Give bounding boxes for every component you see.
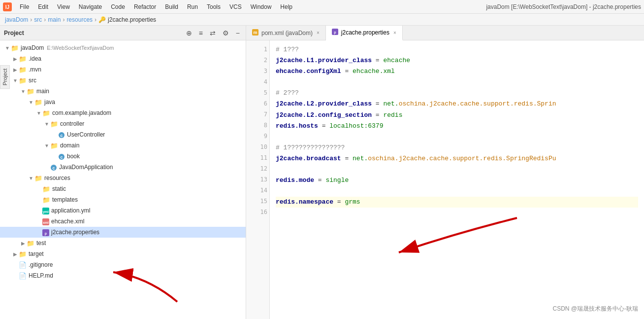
tree-item-javaDom[interactable]: ▼📁javaDomE:\WebSocketText\javaDom bbox=[0, 42, 246, 53]
menu-view[interactable]: View bbox=[53, 2, 74, 11]
tree-item--mvn[interactable]: ▶📁.mvn bbox=[0, 64, 246, 75]
tree-item-test[interactable]: ▶📁test bbox=[0, 238, 246, 248]
menu-edit[interactable]: Edit bbox=[34, 2, 52, 11]
tree-item-path: E:\WebSocketText\javaDom bbox=[47, 45, 114, 51]
code-editor[interactable]: # 1???j2cache.L1.provider_class = ehcach… bbox=[270, 40, 644, 319]
tree-item-resources[interactable]: ▼📁resources bbox=[0, 173, 246, 183]
code-line-9 bbox=[276, 132, 638, 142]
watermark: CSDN @瑞晟技术服务中心-耿瑞 bbox=[552, 305, 638, 313]
editor-tab-2[interactable]: pj2cache.properties× bbox=[326, 26, 403, 40]
tree-arrow: ▼ bbox=[12, 78, 19, 83]
scope-icon[interactable]: ⊕ bbox=[184, 28, 194, 38]
minimize-icon[interactable]: − bbox=[234, 28, 242, 38]
tree-file-icon: 📁 bbox=[34, 99, 42, 106]
menu-navigate[interactable]: Navigate bbox=[75, 2, 106, 11]
tree-arrow: ▶ bbox=[20, 241, 27, 246]
tree-item-java[interactable]: ▼📁java bbox=[0, 97, 246, 107]
code-line-16 bbox=[276, 208, 638, 218]
bc-part-1[interactable]: javaDom bbox=[5, 16, 28, 23]
tree-item-controller[interactable]: ▼📁controller bbox=[0, 118, 246, 129]
code-line-3: ehcache.configXml = ehcache.xml bbox=[276, 66, 638, 77]
autoscroll-icon[interactable]: ⇄ bbox=[208, 28, 218, 38]
tree-item-j2cache-properties[interactable]: pj2cache.properties bbox=[0, 227, 246, 238]
tree-item--idea[interactable]: ▶📁.idea bbox=[0, 53, 246, 64]
tree-file-icon: 📁 bbox=[19, 77, 27, 84]
tab-close-button[interactable]: × bbox=[393, 30, 396, 35]
code-line-7: j2cache.L2.config_section = redis bbox=[276, 110, 638, 121]
tree-arrow: ▼ bbox=[43, 143, 50, 148]
menu-help[interactable]: Help bbox=[276, 2, 296, 11]
menu-code[interactable]: Code bbox=[107, 2, 129, 11]
code-line-6: j2cache.L2.provider_class = net.oschina.… bbox=[276, 99, 638, 109]
menu-tools[interactable]: Tools bbox=[203, 2, 225, 11]
menu-vcs[interactable]: VCS bbox=[225, 2, 246, 11]
editor-tab-1[interactable]: mpom.xml (javaDom)× bbox=[246, 26, 326, 40]
menu-refactor[interactable]: Refactor bbox=[130, 2, 160, 11]
tree-file-icon: p bbox=[42, 228, 49, 236]
bc-part-3[interactable]: main bbox=[48, 16, 61, 23]
tree-item-label: javaDom bbox=[21, 44, 44, 51]
tree-arrow: ▼ bbox=[43, 121, 50, 127]
tree-item-label: domain bbox=[60, 142, 79, 149]
tree-item-label: j2cache.properties bbox=[51, 229, 99, 236]
tree-item-HELP-md[interactable]: 📄HELP.md bbox=[0, 270, 246, 281]
tree-arrow: ▶ bbox=[12, 56, 19, 62]
editor-panel: mpom.xml (javaDom)×pj2cache.properties× … bbox=[246, 26, 644, 319]
settings-icon[interactable]: ⚙ bbox=[221, 28, 231, 38]
tree-item-com-example-javadom[interactable]: ▼📁com.example.javadom bbox=[0, 107, 246, 118]
menu-file[interactable]: File bbox=[16, 2, 33, 11]
tree-item-label: book bbox=[67, 153, 80, 160]
bc-sep-1: › bbox=[30, 16, 32, 23]
sidebar-toolbar: Project ⊕ ≡ ⇄ ⚙ − bbox=[0, 26, 246, 40]
tree-item--gitignore[interactable]: 📄.gitignore bbox=[0, 259, 246, 270]
tree-file-icon: 📁 bbox=[50, 120, 58, 128]
bc-part-4[interactable]: resources bbox=[66, 16, 93, 23]
svg-text:yml: yml bbox=[43, 210, 49, 214]
tab-close-button[interactable]: × bbox=[317, 30, 320, 35]
svg-text:IJ: IJ bbox=[5, 4, 9, 10]
tab-label: pom.xml (javaDom) bbox=[261, 30, 313, 36]
tree-item-src[interactable]: ▼📁src bbox=[0, 75, 246, 86]
tree-item-target[interactable]: ▶📁target bbox=[0, 248, 246, 259]
code-line-8: redis.hosts = localhost:6379 bbox=[276, 121, 638, 132]
code-line-10: # 1??????????????? bbox=[276, 142, 638, 153]
tree-item-templates[interactable]: 📁templates bbox=[0, 194, 246, 205]
tree-item-book[interactable]: cbook bbox=[0, 151, 246, 162]
breadcrumb: javaDom › src › main › resources › 🔑 j2c… bbox=[0, 14, 644, 26]
tree-item-UserController[interactable]: cUserController bbox=[0, 129, 246, 140]
tree-item-static[interactable]: 📁static bbox=[0, 183, 246, 194]
tree-arrow: ▼ bbox=[4, 45, 11, 51]
tree-item-JavaDomApplication[interactable]: cJavaDomApplication bbox=[0, 162, 246, 173]
tree-file-icon: yml bbox=[42, 207, 49, 214]
menu-window[interactable]: Window bbox=[247, 2, 276, 11]
project-tab[interactable]: Project bbox=[0, 65, 10, 89]
tree-item-label: ehcache.xml bbox=[51, 218, 84, 225]
tree-file-icon: xml bbox=[42, 217, 49, 225]
tree-item-domain[interactable]: ▼📁domain bbox=[0, 140, 246, 151]
tree-file-icon: c bbox=[50, 163, 57, 171]
collapse-icon[interactable]: ≡ bbox=[197, 28, 205, 38]
code-line-5: # 2??? bbox=[276, 88, 638, 99]
tree-file-icon: 📁 bbox=[19, 250, 27, 258]
tree-arrow: ▼ bbox=[20, 89, 27, 94]
code-line-12 bbox=[276, 164, 638, 175]
svg-text:p: p bbox=[334, 31, 336, 35]
tree-item-label: application.yml bbox=[51, 207, 90, 214]
menu-build[interactable]: Build bbox=[161, 2, 182, 11]
tree-arrow: ▼ bbox=[35, 110, 42, 116]
tree-file-icon: 📁 bbox=[19, 66, 27, 73]
menu-run[interactable]: Run bbox=[183, 2, 202, 11]
tree-arrow: ▼ bbox=[28, 100, 34, 105]
code-line-1: # 1??? bbox=[276, 44, 638, 55]
tab-label: j2cache.properties bbox=[341, 29, 389, 36]
code-line-2: j2cache.L1.provider_class = ehcache bbox=[276, 55, 638, 66]
main-layout: Project Project ⊕ ≡ ⇄ ⚙ − ▼📁javaDomE:\We… bbox=[0, 26, 644, 319]
code-line-14 bbox=[276, 186, 638, 197]
tree-file-icon: c bbox=[58, 131, 65, 139]
tree-item-application-yml[interactable]: ymlapplication.yml bbox=[0, 205, 246, 216]
tree-item-ehcache-xml[interactable]: xmlehcache.xml bbox=[0, 216, 246, 227]
code-line-4 bbox=[276, 77, 638, 88]
bc-part-2[interactable]: src bbox=[34, 16, 42, 23]
tree-item-main[interactable]: ▼📁main bbox=[0, 86, 246, 97]
tree-item-label: controller bbox=[60, 120, 84, 127]
